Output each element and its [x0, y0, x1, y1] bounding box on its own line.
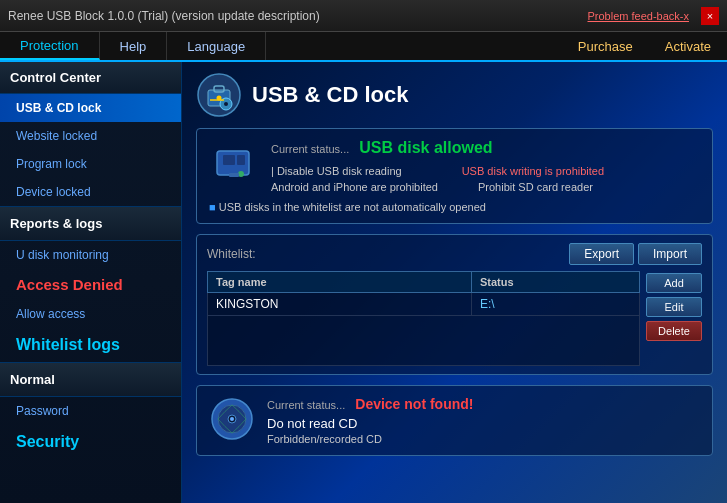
usb-disk-icon — [209, 139, 257, 187]
menu-activate[interactable]: Activate — [649, 39, 727, 54]
whitelist-table-wrap: Tag name Status KINGSTON E:\ — [207, 271, 640, 366]
import-button[interactable]: Import — [638, 243, 702, 265]
app-title: Renee USB Block 1.0.0 (Trial) (version u… — [8, 9, 320, 23]
prohibit-sd-card: Prohibit SD card reader — [478, 181, 593, 193]
title-bar: Renee USB Block 1.0.0 (Trial) (version u… — [0, 0, 727, 32]
svg-point-14 — [230, 417, 234, 421]
col-status: Status — [471, 272, 639, 293]
whitelist-buttons: Export Import — [569, 243, 702, 265]
sidebar-website-locked[interactable]: Website locked — [0, 122, 181, 150]
usb-cd-icon — [196, 72, 242, 118]
sidebar-allow-access[interactable]: Allow access — [0, 300, 181, 328]
menu-help[interactable]: Help — [100, 32, 168, 60]
cd-section: Current status... Device not found! Do n… — [196, 385, 713, 456]
android-prohibited: Android and iPhone are prohibited — [271, 181, 438, 193]
cd-forbidden-text: Forbidden/recorded CD — [267, 433, 700, 445]
cd-do-not-read: Do not read CD — [267, 416, 700, 431]
menu-bar: Protection Help Language Purchase Activa… — [0, 32, 727, 62]
menu-right: Purchase Activate — [562, 39, 727, 54]
disable-usb-reading[interactable]: | Disable USB disk reading — [271, 165, 402, 177]
col-tag-name: Tag name — [208, 272, 472, 293]
tag-name-cell: KINGSTON — [208, 293, 472, 316]
sidebar-password[interactable]: Password — [0, 397, 181, 425]
usb-status-info: Current status... USB disk allowed | Dis… — [271, 139, 700, 193]
problem-feedback-link[interactable]: Problem feed-back-x — [588, 10, 690, 22]
menu-purchase[interactable]: Purchase — [562, 39, 649, 54]
add-button[interactable]: Add — [646, 273, 702, 293]
table-row[interactable]: KINGSTON E:\ — [208, 293, 640, 316]
whitelist-label: Whitelist: — [207, 247, 256, 261]
cd-not-found: Device not found! — [355, 396, 473, 412]
sidebar-security[interactable]: Security — [0, 425, 181, 459]
sidebar-normal[interactable]: Normal — [0, 362, 181, 397]
svg-rect-8 — [237, 155, 245, 165]
delete-button[interactable]: Delete — [646, 321, 702, 341]
main-layout: Control Center USB & CD lock Website loc… — [0, 62, 727, 503]
sidebar-u-disk-monitoring[interactable]: U disk monitoring — [0, 241, 181, 269]
sidebar-device-locked[interactable]: Device locked — [0, 178, 181, 206]
sidebar: Control Center USB & CD lock Website loc… — [0, 62, 182, 503]
whitelist-section: Whitelist: Export Import Tag name Status — [196, 234, 713, 375]
usb-cd-title: USB & CD lock — [252, 82, 408, 108]
cd-icon — [209, 396, 255, 442]
usb-cd-title-row: USB & CD lock — [196, 72, 713, 118]
sidebar-control-center[interactable]: Control Center — [0, 62, 181, 94]
cd-current-status-label: Current status... — [267, 399, 345, 411]
content-area: USB & CD lock Current status... — [182, 62, 727, 503]
whitelist-table: Tag name Status KINGSTON E:\ — [207, 271, 640, 366]
svg-rect-10 — [229, 173, 239, 177]
svg-point-5 — [224, 102, 228, 106]
sidebar-whitelist-logs[interactable]: Whitelist logs — [0, 328, 181, 362]
usb-status-section: Current status... USB disk allowed | Dis… — [196, 128, 713, 224]
usb-allowed-text: USB disk allowed — [359, 139, 492, 157]
sidebar-access-denied[interactable]: Access Denied — [0, 269, 181, 300]
cd-header-row: Current status... Device not found! Do n… — [209, 396, 700, 445]
whitelist-with-buttons: Tag name Status KINGSTON E:\ — [207, 271, 702, 366]
cd-status-info: Current status... Device not found! Do n… — [267, 396, 700, 445]
current-status-label: Current status... — [271, 143, 349, 155]
menu-language[interactable]: Language — [167, 32, 266, 60]
sidebar-usb-cd-lock[interactable]: USB & CD lock — [0, 94, 181, 122]
usb-cd-panel: USB & CD lock Current status... — [182, 62, 727, 466]
edit-button[interactable]: Edit — [646, 297, 702, 317]
menu-protection[interactable]: Protection — [0, 32, 100, 60]
whitelist-action-buttons: Add Edit Delete — [646, 271, 702, 366]
usb-whitelist-note: USB disks in the whitelist are not autom… — [209, 201, 700, 213]
close-button[interactable]: × — [701, 7, 719, 25]
usb-status-header: Current status... USB disk allowed | Dis… — [209, 139, 700, 193]
usb-writing-prohibited: USB disk writing is prohibited — [462, 165, 604, 177]
svg-rect-7 — [223, 155, 235, 165]
export-button[interactable]: Export — [569, 243, 634, 265]
status-cell: E:\ — [471, 293, 639, 316]
sidebar-program-lock[interactable]: Program lock — [0, 150, 181, 178]
whitelist-header: Whitelist: Export Import — [207, 243, 702, 265]
sidebar-reports-logs[interactable]: Reports & logs — [0, 206, 181, 241]
